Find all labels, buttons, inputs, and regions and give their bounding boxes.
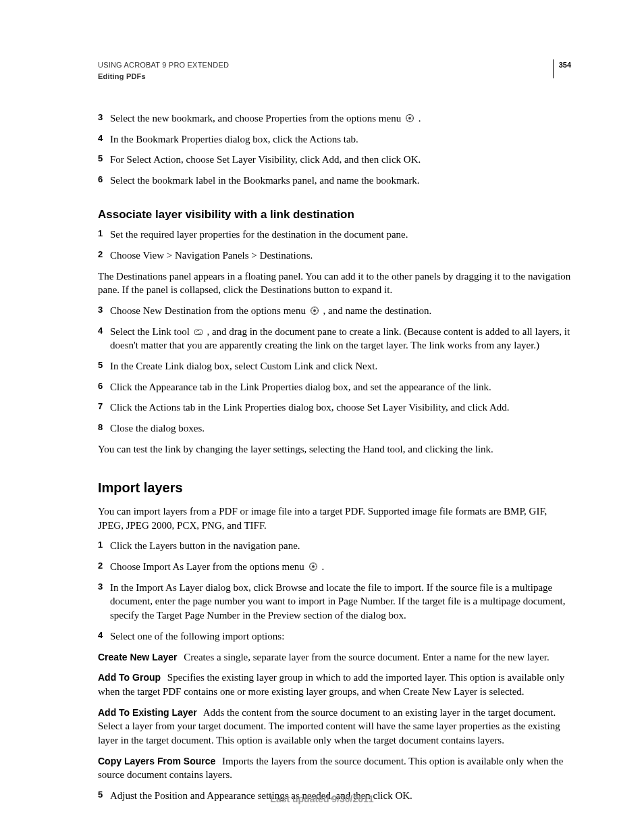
- step-item: Select one of the following import optio…: [98, 629, 571, 644]
- page-content: Select the new bookmark, and choose Prop…: [98, 111, 571, 803]
- step-text-after: .: [321, 561, 324, 572]
- step-item: In the Import As Layer dialog box, click…: [98, 581, 571, 623]
- step-text: In the Create Link dialog box, select Cu…: [110, 361, 377, 371]
- step-item: Close the dialog boxes.: [98, 421, 571, 436]
- step-text: Click the Actions tab in the Link Proper…: [110, 402, 510, 413]
- steps-list: Set the required layer properties for th…: [98, 228, 571, 262]
- page-header: USING ACROBAT 9 PRO EXTENDED Editing PDF…: [98, 59, 571, 82]
- page-body: USING ACROBAT 9 PRO EXTENDED Editing PDF…: [0, 0, 644, 803]
- step-text: Click the Layers button in the navigatio…: [110, 540, 300, 551]
- step-text-after: , and name the destination.: [323, 305, 431, 316]
- svg-line-30: [315, 564, 315, 565]
- step-item: Choose New Destination from the options …: [98, 304, 571, 318]
- doc-title: USING ACROBAT 9 PRO EXTENDED: [98, 59, 229, 71]
- svg-line-6: [407, 115, 408, 116]
- term-add-to-group: Add To Group: [98, 672, 165, 683]
- step-item: Choose View > Navigation Panels > Destin…: [98, 249, 571, 263]
- step-item: Click the Layers button in the navigatio…: [98, 539, 571, 553]
- step-text: Select the Link tool: [110, 326, 192, 337]
- steps-list: Click the Layers button in the navigatio…: [98, 539, 571, 643]
- svg-line-9: [412, 115, 412, 116]
- step-text: Click the Appearance tab in the Link Pro…: [110, 382, 491, 392]
- page-footer: Last updated 9/30/2011: [0, 793, 644, 804]
- definition-paragraph: Add To Existing Layer Adds the content f…: [98, 706, 571, 748]
- link-tool-icon: [194, 327, 203, 336]
- subheading-associate-layer: Associate layer visibility with a link d…: [98, 207, 571, 222]
- svg-line-19: [317, 308, 317, 309]
- svg-line-27: [310, 564, 311, 565]
- chapter-title: Editing PDFs: [98, 71, 229, 82]
- options-menu-icon: [405, 113, 414, 123]
- svg-line-17: [317, 313, 317, 313]
- svg-line-29: [310, 569, 311, 569]
- step-text: Select the new bookmark, and choose Prop…: [110, 113, 404, 124]
- paragraph: You can import layers from a PDF or imag…: [98, 504, 571, 532]
- step-item: In the Bookmark Properties dialog box, c…: [98, 132, 571, 147]
- step-text: Set the required layer properties for th…: [110, 229, 408, 240]
- steps-list: Choose New Destination from the options …: [98, 304, 571, 436]
- step-item: Set the required layer properties for th…: [98, 228, 571, 242]
- step-text: Select one of the following import optio…: [110, 631, 284, 642]
- term-copy-layers-from-source: Copy Layers From Source: [98, 756, 219, 766]
- step-text: Close the dialog boxes.: [110, 423, 205, 434]
- step-item: Click the Actions tab in the Link Proper…: [98, 400, 571, 415]
- paragraph: You can test the link by changing the la…: [98, 442, 571, 457]
- steps-list: Select the new bookmark, and choose Prop…: [98, 111, 571, 188]
- options-menu-icon: [310, 306, 319, 315]
- step-item: For Select Action, choose Set Layer Visi…: [98, 153, 571, 167]
- step-item: Select the Link tool , and drag in the d…: [98, 325, 571, 353]
- svg-line-7: [412, 120, 412, 121]
- step-text: In the Import As Layer dialog box, click…: [110, 582, 566, 621]
- step-item: Select the bookmark label in the Bookmar…: [98, 174, 571, 188]
- step-item: In the Create Link dialog box, select Cu…: [98, 359, 571, 373]
- svg-line-18: [312, 313, 313, 313]
- paragraph: The Destinations panel appears in a floa…: [98, 269, 571, 297]
- svg-point-11: [313, 309, 316, 312]
- svg-line-8: [407, 120, 408, 121]
- step-text: In the Bookmark Properties dialog box, c…: [110, 134, 358, 145]
- svg-point-22: [312, 565, 315, 568]
- svg-line-28: [315, 569, 315, 569]
- step-item: Select the new bookmark, and choose Prop…: [98, 111, 571, 126]
- step-item: Choose Import As Layer from the options …: [98, 560, 571, 574]
- definition-text: Specifies the existing layer group in wh…: [98, 672, 564, 697]
- definition-paragraph: Copy Layers From Source Imports the laye…: [98, 754, 571, 782]
- term-create-new-layer: Create New Layer: [98, 652, 182, 662]
- definition-paragraph: Add To Group Specifies the existing laye…: [98, 671, 571, 698]
- term-add-to-existing-layer: Add To Existing Layer: [98, 707, 201, 718]
- page-number: 354: [553, 59, 571, 78]
- step-item: Click the Appearance tab in the Link Pro…: [98, 380, 571, 394]
- step-text: For Select Action, choose Set Layer Visi…: [110, 154, 421, 165]
- step-text-after: .: [419, 113, 421, 124]
- step-text: Choose Import As Layer from the options …: [110, 561, 307, 572]
- step-text: Choose New Destination from the options …: [110, 305, 308, 316]
- step-text: Choose View > Navigation Panels > Destin…: [110, 250, 313, 261]
- step-text: Select the bookmark label in the Bookmar…: [110, 175, 420, 186]
- definition-paragraph: Create New Layer Creates a single, separ…: [98, 650, 571, 664]
- header-breadcrumb: USING ACROBAT 9 PRO EXTENDED Editing PDF…: [98, 59, 229, 82]
- options-menu-icon: [308, 562, 318, 571]
- heading-import-layers: Import layers: [98, 479, 571, 498]
- svg-line-16: [312, 308, 313, 309]
- svg-point-1: [408, 117, 411, 120]
- definition-text: Creates a single, separate layer from th…: [184, 652, 549, 662]
